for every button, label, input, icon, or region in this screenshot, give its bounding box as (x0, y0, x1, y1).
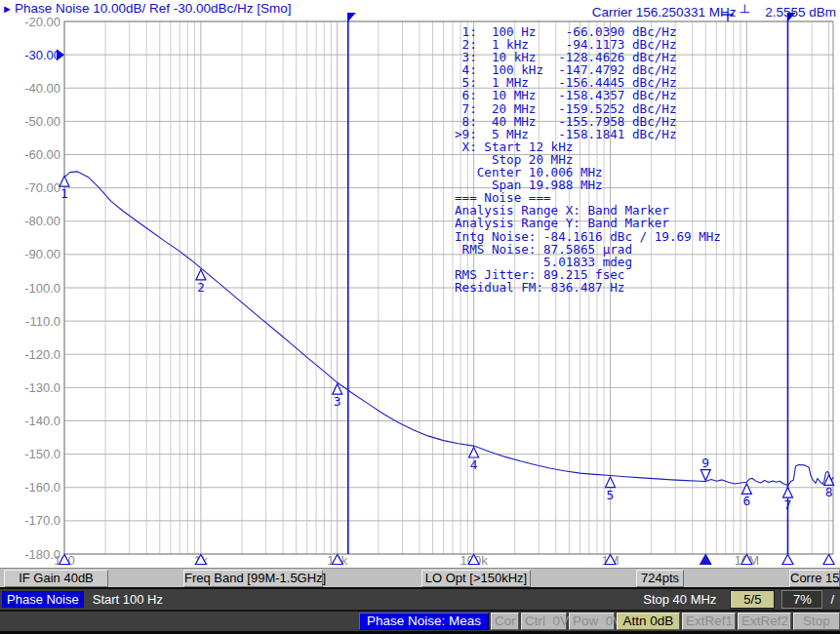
marker-8-label: 8 (825, 485, 833, 499)
sweep-start-readout: Start 100 Hz (93, 592, 163, 607)
marker-6-icon[interactable] (741, 484, 751, 495)
average-count-badge: 5/5 (730, 590, 775, 609)
hw-status-lo-opt-150khz[interactable]: LO Opt [>150kHz] (421, 570, 531, 587)
marker-9-label: 9 (701, 456, 709, 470)
y-tick-label: -80.00 (24, 214, 60, 228)
softkey-bar: Phase Noise: MeasCorCtrl 0VPow 0VAttn 0d… (0, 612, 840, 631)
softkey-ctrl-0v[interactable]: Ctrl 0V (521, 613, 567, 630)
y-tick-label: -50.00 (24, 114, 60, 129)
channel-badge[interactable]: Phase Noise (2, 591, 84, 608)
y-tick-label: -70.00 (24, 180, 60, 195)
marker-5-label: 5 (607, 488, 615, 502)
y-tick-label: -40.00 (24, 81, 60, 96)
marker-1-icon[interactable] (60, 177, 69, 187)
marker-7-axis-indicator-icon (782, 555, 793, 565)
softkey-attn-0db[interactable]: Attn 0dB (617, 613, 680, 630)
marker-3-label: 3 (334, 394, 341, 409)
trace-title-text: Phase Noise 10.00dB/ Ref -30.00dBc/Hz [S… (15, 1, 292, 16)
y-tick-label: -90.00 (24, 247, 60, 261)
marker-noise-readout: 1: 100 Hz -66.0390 dBc/Hz 2: 1 kHz -94.1… (455, 25, 721, 294)
y-tick-label: -120.0 (24, 347, 60, 362)
measurement-status-bar: Phase Noise Start 100 Hz Stop 40 MHz 5/5… (0, 589, 840, 610)
marker-6-label: 6 (742, 494, 750, 508)
active-trace-arrow-icon: ► (2, 3, 13, 15)
marker-4-icon[interactable] (469, 448, 479, 458)
marker-9-icon[interactable] (700, 470, 710, 481)
hw-status-freq-band-99m-1-5ghz[interactable]: Freq Band [99M-1.5GHz] (183, 570, 323, 587)
y-tick-label: -150.0 (24, 447, 60, 461)
instrument-screen: -20.00-30.00-40.00-50.00-60.00-70.00-80.… (0, 0, 840, 634)
busy-indicator: / (830, 592, 834, 607)
y-tick-label: -140.0 (24, 414, 60, 428)
hw-status-if-gain-40db[interactable]: IF Gain 40dB (4, 570, 108, 587)
hw-status-corre-15[interactable]: Corre 15 (789, 570, 840, 587)
marker-7-icon[interactable] (782, 488, 792, 498)
sweep-progress-badge: 7% (781, 590, 822, 609)
softkey-cor[interactable]: Cor (491, 613, 519, 630)
trace-title[interactable]: ►Phase Noise 10.00dB/ Ref -30.00dBc/Hz [… (2, 1, 292, 16)
hw-status-724pts[interactable]: 724pts (636, 570, 684, 587)
y-tick-label: -30.00 (24, 48, 60, 62)
softkey-extref1[interactable]: ExtRef1 (682, 613, 736, 630)
softkey-extref2[interactable]: ExtRef2 (738, 613, 791, 630)
y-tick-label: -20.00 (24, 15, 60, 29)
marker-7-label: 7 (784, 497, 792, 512)
carrier-readout: Carrier 156.250331 MHz┴2.5555 dBm (592, 5, 836, 20)
marker-9-axis-indicator-icon (700, 555, 711, 565)
carrier-frequency: Carrier 156.250331 MHz (592, 5, 737, 20)
hardware-status-bar: IF Gain 40dBFreq Band [99M-1.5GHz]LO Opt… (0, 568, 840, 588)
band-marker-flag-icon (348, 13, 356, 21)
softkey-pow-0v[interactable]: Pow 0V (569, 613, 615, 630)
y-tick-label: -130.0 (24, 380, 60, 395)
y-tick-label: -170.0 (24, 513, 60, 528)
marker-1-label: 1 (60, 186, 68, 201)
y-tick-label: -110.0 (25, 314, 60, 329)
carrier-power: 2.5555 dBm (765, 5, 836, 20)
carrier-tick-icon: ┴ (740, 5, 750, 20)
y-tick-label: -100.0 (24, 281, 60, 296)
reference-level-arrow-icon (57, 49, 64, 60)
marker-4-label: 4 (470, 457, 478, 472)
y-tick-label: -60.00 (24, 147, 60, 162)
sweep-stop-readout: Stop 40 MHz (643, 592, 716, 607)
marker-8-axis-indicator-icon (823, 555, 834, 565)
y-tick-label: -160.0 (24, 480, 60, 495)
marker-5-icon[interactable] (606, 477, 616, 488)
softkey-stop[interactable]: Stop (793, 613, 840, 630)
marker-2-label: 2 (197, 280, 205, 295)
softkey-phase-noise-meas[interactable]: Phase Noise: Meas (359, 613, 489, 630)
